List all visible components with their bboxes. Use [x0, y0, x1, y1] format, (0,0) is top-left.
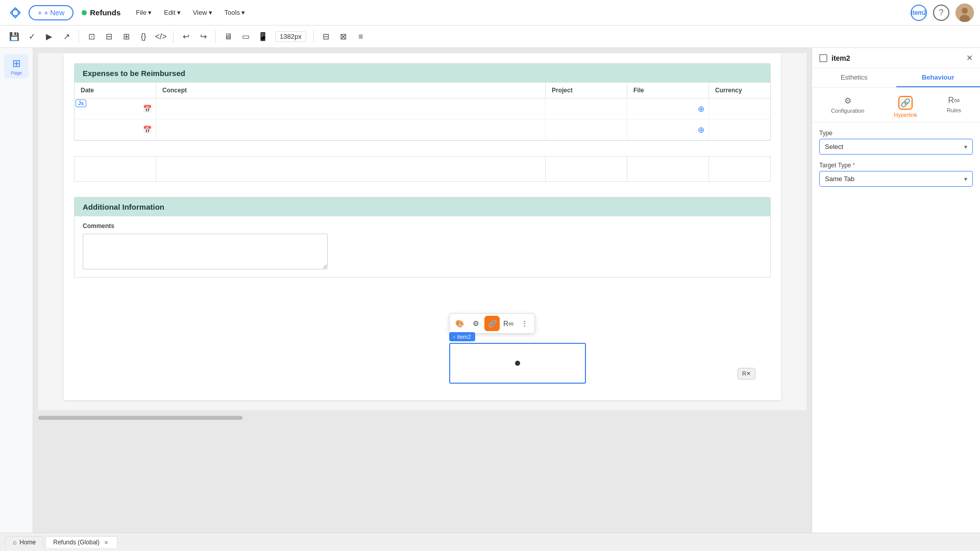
plus-icon: + — [38, 9, 42, 17]
scroll-thumb[interactable] — [38, 416, 242, 420]
col-concept: Concept — [156, 83, 546, 98]
rules-icon: R∞ — [948, 96, 960, 105]
tools-menu[interactable]: Tools▾ — [219, 6, 250, 19]
toolbar-divider-2 — [173, 31, 174, 43]
close-button[interactable]: ✕ — [966, 53, 973, 63]
desktop-button[interactable]: 🖥 — [220, 29, 236, 45]
type-dropdown[interactable]: Select ▾ — [819, 139, 973, 155]
back-arrow-icon: ‹ — [453, 334, 455, 340]
check-button[interactable]: ✓ — [23, 29, 40, 45]
currency-input-1[interactable] — [713, 105, 766, 112]
canvas-area[interactable]: Expenses to be Reimbursed Date Concept P… — [33, 48, 812, 533]
user-avatar[interactable] — [955, 4, 974, 22]
rx-icon: R✕ — [742, 370, 751, 377]
sidebar-item-page[interactable]: ⊞ Page — [4, 54, 29, 79]
component-button[interactable]: ⊡ — [83, 29, 100, 45]
file-menu[interactable]: File▾ — [131, 6, 157, 19]
total-cell-4 — [627, 157, 709, 181]
hyperlink-icon: 🔗 — [898, 96, 913, 110]
shape-button[interactable]: {} — [135, 29, 152, 45]
project-input-1[interactable] — [550, 105, 623, 112]
table-row: 📅 ⊕ — [75, 119, 770, 140]
add-file-icon-2[interactable]: ⊕ — [698, 125, 704, 135]
item2-tag[interactable]: ‹ item2 — [449, 332, 475, 341]
settings-button[interactable]: ≡ — [353, 29, 369, 45]
chevron-down-icon: ▾ — [209, 9, 212, 16]
topbar-right: item2 ? — [911, 4, 974, 22]
calendar-icon-2[interactable]: 📅 — [143, 126, 152, 134]
comments-textarea[interactable] — [83, 234, 328, 269]
panel-title-text: item2 — [831, 54, 850, 62]
refunds-tab[interactable]: Refunds (Global) ✕ — [45, 536, 117, 548]
rx-badge[interactable]: R✕ — [738, 368, 755, 380]
sub-tab-rules[interactable]: R∞ Rules — [943, 94, 965, 120]
redo-button[interactable]: ↪ — [195, 29, 211, 45]
gear-button[interactable]: ⚙ — [468, 316, 483, 331]
topbar: + + New Refunds File▾ Edit▾ View▾ Tools▾… — [0, 0, 980, 26]
code-button[interactable]: </> — [153, 29, 169, 45]
additional-info-section: Additional Information Comments — [74, 197, 771, 278]
export-button[interactable]: ↗ — [58, 29, 75, 45]
palette-button[interactable]: 🎨 — [452, 316, 467, 331]
bottom-bar: ⌂ Home Refunds (Global) ✕ — [0, 533, 980, 551]
concept-input-1[interactable] — [160, 105, 541, 112]
view-menu[interactable]: View▾ — [188, 6, 217, 19]
target-type-label: Target Type * — [819, 162, 973, 169]
toolbar-divider-1 — [79, 31, 79, 43]
cell-project-1[interactable] — [546, 98, 627, 119]
cell-file-1[interactable]: ⊕ — [627, 98, 709, 119]
tab-esthetics[interactable]: Esthetics — [812, 68, 896, 87]
cell-project-2[interactable] — [546, 119, 627, 140]
close-tab-icon[interactable]: ✕ — [103, 539, 110, 546]
cell-date-1[interactable]: Js 📅 — [75, 98, 156, 119]
refunds-label: Refunds — [82, 8, 120, 17]
additional-info-header: Additional Information — [75, 197, 770, 216]
user-initials-icon[interactable]: item2 — [911, 5, 927, 21]
cell-concept-1[interactable] — [156, 98, 546, 119]
variables-button[interactable]: ⊞ — [118, 29, 134, 45]
item2-box[interactable] — [449, 343, 586, 384]
dropdown-arrow-icon: ▾ — [964, 143, 967, 151]
panel-checkbox[interactable] — [819, 54, 827, 62]
undo-button[interactable]: ↩ — [178, 29, 194, 45]
canvas-content: Expenses to be Reimbursed Date Concept P… — [38, 53, 806, 410]
calendar-icon[interactable]: 📅 — [143, 105, 152, 113]
sub-tab-hyperlink[interactable]: 🔗 Hyperlink — [890, 94, 921, 120]
play-button[interactable]: ▶ — [41, 29, 57, 45]
px-display: 1382px — [275, 31, 306, 42]
cell-currency-1[interactable] — [709, 98, 770, 119]
total-cell-1 — [75, 157, 156, 181]
edit-menu[interactable]: Edit▾ — [159, 6, 185, 19]
col-currency: Currency — [709, 83, 770, 98]
main-toolbar: 💾 ✓ ▶ ↗ ⊡ ⊟ ⊞ {} </> ↩ ↪ 🖥 ▭ 📱 1382px ⊟ … — [0, 26, 980, 48]
chevron-down-icon: ▾ — [148, 9, 152, 16]
cell-file-2[interactable]: ⊕ — [627, 119, 709, 140]
app-logo[interactable] — [6, 4, 24, 22]
dropdown-arrow-icon-2: ▾ — [964, 176, 967, 183]
sub-tab-configuration[interactable]: ⚙ Configuration — [827, 94, 868, 120]
formula-button[interactable]: R∞ — [501, 316, 516, 331]
save-button[interactable]: 💾 — [6, 29, 22, 45]
responsive-button[interactable]: ⊟ — [318, 29, 334, 45]
cell-currency-2[interactable] — [709, 119, 770, 140]
tablet-button[interactable]: ▭ — [237, 29, 254, 45]
add-file-icon[interactable]: ⊕ — [698, 104, 704, 114]
chevron-down-icon: ▾ — [241, 9, 245, 16]
new-button[interactable]: + + New — [29, 5, 74, 20]
chevron-down-icon: ▾ — [177, 9, 181, 16]
link-button[interactable]: 🔗 — [484, 316, 500, 331]
help-icon[interactable]: ? — [933, 5, 949, 21]
target-type-dropdown[interactable]: Same Tab ▾ — [819, 171, 973, 187]
cell-concept-2[interactable] — [156, 119, 546, 140]
horizontal-scrollbar[interactable] — [33, 415, 812, 420]
panel-body: Type Select ▾ Target Type * Same Tab ▾ — [812, 122, 980, 201]
home-tab[interactable]: ⌂ Home — [5, 536, 43, 548]
new-button-label: + New — [44, 9, 64, 17]
mobile-button[interactable]: 📱 — [255, 29, 271, 45]
layers-button[interactable]: ⊟ — [101, 29, 117, 45]
device-button[interactable]: ⊠ — [335, 29, 352, 45]
cell-date-2[interactable]: 📅 — [75, 119, 156, 140]
configuration-icon: ⚙ — [844, 96, 851, 106]
tab-behaviour[interactable]: Behaviour — [896, 68, 981, 87]
more-button[interactable]: ⋮ — [517, 316, 532, 331]
